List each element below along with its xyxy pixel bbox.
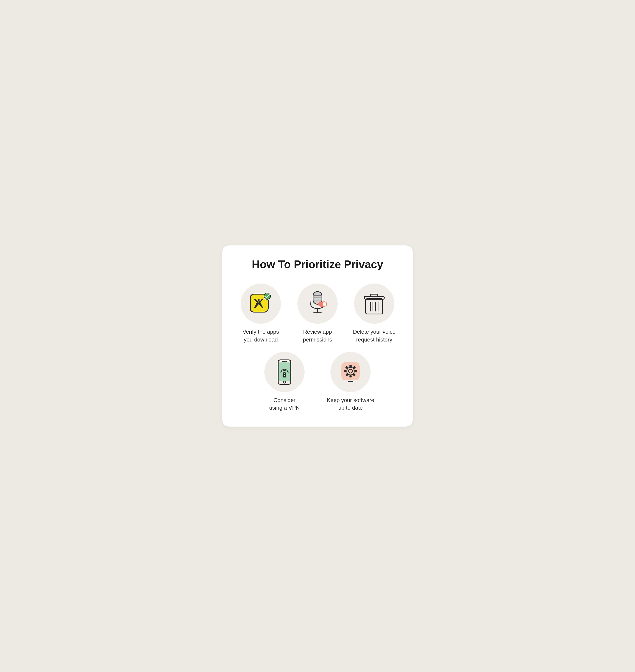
vpn-icon-circle — [264, 352, 305, 392]
vpn-item: Considerusing a VPN — [254, 352, 315, 412]
microphone-icon — [304, 290, 331, 317]
delete-history-item: Delete your voicerequest history — [348, 284, 400, 343]
review-permissions-label: Review apppermissions — [303, 328, 332, 343]
review-permissions-icon-circle — [298, 284, 337, 324]
svg-point-16 — [323, 302, 326, 306]
vpn-label: Considerusing a VPN — [269, 396, 300, 412]
software-update-item: Keep your softwareup to date — [320, 352, 381, 412]
page-title: How To Prioritize Privacy — [235, 258, 400, 271]
svg-rect-38 — [344, 370, 346, 372]
svg-rect-32 — [349, 365, 352, 367]
svg-rect-19 — [371, 294, 378, 297]
software-update-label: Keep your softwareup to date — [327, 396, 374, 412]
gear-icon — [337, 358, 364, 386]
svg-rect-36 — [349, 375, 352, 378]
svg-point-40 — [349, 369, 352, 373]
app-store-icon — [247, 290, 275, 317]
svg-rect-34 — [355, 370, 357, 372]
svg-rect-41 — [348, 381, 353, 382]
verify-apps-item: Verify the appsyou download — [235, 284, 287, 343]
svg-point-29 — [284, 375, 285, 376]
review-permissions-item: Review apppermissions — [292, 284, 343, 343]
svg-rect-17 — [366, 299, 383, 314]
main-card: How To Prioritize Privacy — [222, 245, 413, 426]
svg-rect-26 — [282, 361, 287, 362]
trash-icon — [360, 290, 388, 317]
delete-history-label: Delete your voicerequest history — [353, 328, 396, 343]
bottom-row: Considerusing a VPN — [254, 352, 381, 412]
top-row: Verify the appsyou download — [235, 284, 400, 343]
verify-apps-icon-circle — [241, 284, 281, 324]
svg-point-27 — [283, 381, 286, 383]
verify-apps-label: Verify the appsyou download — [243, 328, 279, 343]
phone-vpn-icon — [271, 358, 298, 386]
software-update-icon-circle — [330, 352, 371, 392]
delete-history-icon-circle — [354, 284, 394, 324]
